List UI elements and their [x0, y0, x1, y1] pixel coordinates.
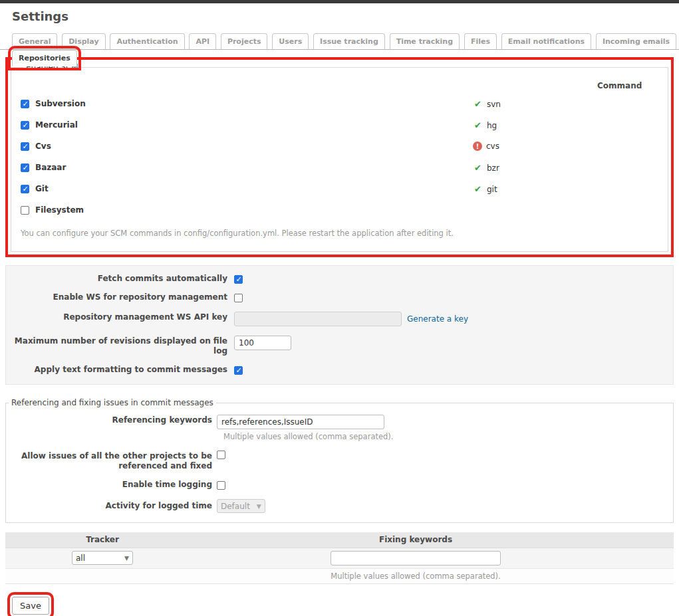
tab-projects[interactable]: Projects: [221, 33, 268, 50]
enabled-scm-fieldset: Enabled SCM Command Subversion svn Mercu…: [11, 62, 668, 252]
max-revisions-input[interactable]: [234, 336, 291, 350]
command-text: git: [487, 184, 497, 193]
enable-time-logging-row: Enable time logging: [6, 480, 673, 490]
fixing-keywords-input[interactable]: [331, 551, 501, 565]
table-row: all ▼: [5, 548, 674, 568]
empty-column-header: [632, 532, 674, 548]
ws-api-key-label: Repository management WS API key: [6, 311, 227, 322]
bazaar-checkbox[interactable]: [21, 163, 29, 172]
max-revisions-row: Maximum number of revisions displayed on…: [6, 335, 673, 356]
page-title: Settings: [12, 9, 679, 23]
scm-label: Mercurial: [35, 120, 78, 130]
command-status-icon: [473, 163, 483, 173]
enable-ws-checkbox[interactable]: [234, 294, 243, 302]
enable-time-logging-label: Enable time logging: [6, 480, 212, 490]
tracker-selected-value: all: [76, 554, 85, 563]
enable-ws-label: Enable WS for repository management: [6, 292, 227, 302]
subversion-checkbox[interactable]: [21, 100, 29, 108]
ws-api-key-input[interactable]: [234, 312, 402, 326]
fixing-keywords-table: Tracker Fixing keywords all ▼ Multiple v…: [5, 532, 674, 584]
tracker-column-header: Tracker: [5, 532, 200, 548]
scm-label: Cvs: [35, 142, 51, 151]
scm-row-subversion: Subversion svn: [21, 93, 658, 114]
fetch-commits-checkbox[interactable]: [234, 275, 243, 284]
activity-row: Activity for logged time Default ▼: [6, 498, 673, 513]
repository-settings-box: Fetch commits automatically Enable WS fo…: [5, 265, 674, 385]
max-revisions-label: Maximum number of revisions displayed on…: [6, 335, 227, 356]
command-text: svn: [487, 99, 501, 108]
tab-authentication[interactable]: Authentication: [110, 33, 184, 50]
table-hint-row: Multiple values allowed (comma separated…: [5, 568, 674, 583]
fetch-commits-label: Fetch commits automatically: [6, 274, 227, 284]
generate-key-link[interactable]: Generate a key: [407, 314, 468, 324]
tab-incoming-emails[interactable]: Incoming emails: [596, 33, 676, 50]
filesystem-checkbox[interactable]: [21, 206, 29, 215]
command-status-icon: [473, 184, 483, 194]
fixing-keywords-column-header: Fixing keywords: [200, 532, 632, 548]
scm-config-note: You can configure your SCM commands in c…: [21, 229, 658, 238]
activity-select[interactable]: Default ▼: [217, 499, 265, 513]
allow-cross-project-row: Allow issues of all the other projects t…: [6, 450, 673, 471]
referencing-keywords-hint: Multiple values allowed (comma separated…: [223, 432, 673, 441]
tab-users[interactable]: Users: [272, 33, 309, 50]
activity-label: Activity for logged time: [6, 501, 212, 511]
command-text: bzr: [487, 163, 499, 172]
scm-row-git: Git git: [21, 178, 658, 199]
tab-api[interactable]: API: [189, 33, 216, 50]
scm-label: Filesystem: [35, 205, 84, 215]
referencing-keywords-label: Referencing keywords: [6, 414, 212, 425]
enable-time-logging-checkbox[interactable]: [217, 481, 225, 490]
tab-files[interactable]: Files: [464, 33, 497, 50]
ws-api-key-row: Repository management WS API key Generat…: [6, 311, 673, 326]
allow-cross-project-label: Allow issues of all the other projects t…: [6, 450, 212, 471]
scm-row-cvs: Cvs cvs: [21, 136, 658, 157]
tab-display[interactable]: Display: [62, 33, 105, 50]
tab-repositories[interactable]: Repositories: [12, 50, 77, 66]
allow-cross-project-checkbox[interactable]: [217, 451, 225, 459]
command-status-icon: [473, 120, 483, 130]
mercurial-checkbox[interactable]: [21, 121, 29, 130]
scm-label: Bazaar: [35, 163, 66, 172]
referencing-fieldset: Referencing and fixing issues in commit …: [5, 398, 674, 523]
tab-general[interactable]: General: [12, 33, 57, 50]
scm-label: Subversion: [35, 99, 86, 108]
tab-time-tracking[interactable]: Time tracking: [390, 33, 460, 50]
settings-tab-bar: General Display Authentication API Proje…: [0, 33, 679, 50]
command-status-icon: [473, 99, 483, 109]
tab-issue-tracking[interactable]: Issue tracking: [313, 33, 385, 50]
scm-row-bazaar: Bazaar bzr: [21, 157, 658, 178]
chevron-down-icon: ▼: [257, 503, 261, 510]
tracker-select[interactable]: all ▼: [72, 551, 133, 565]
command-text: hg: [487, 120, 497, 130]
commit-formatting-checkbox[interactable]: [234, 366, 243, 375]
fixing-keywords-hint: Multiple values allowed (comma separated…: [331, 571, 500, 581]
commit-formatting-row: Apply text formatting to commit messages: [6, 365, 673, 375]
scm-row-filesystem: Filesystem: [21, 199, 658, 221]
command-text: cvs: [486, 142, 499, 151]
command-column-header: Command: [597, 81, 642, 90]
fetch-commits-row: Fetch commits automatically: [6, 274, 673, 284]
referencing-legend: Referencing and fixing issues in commit …: [9, 398, 216, 407]
referencing-keywords-row: Referencing keywords: [6, 414, 673, 429]
enable-ws-row: Enable WS for repository management: [6, 292, 673, 302]
activity-selected-value: Default: [221, 502, 250, 511]
save-bar: Save: [12, 597, 674, 615]
git-checkbox[interactable]: [21, 185, 29, 193]
scm-header-row: Command: [21, 73, 658, 93]
scm-row-mercurial: Mercurial hg: [21, 114, 658, 136]
command-status-icon: [473, 142, 482, 151]
table-header-row: Tracker Fixing keywords: [5, 532, 674, 548]
top-border-bar: [0, 0, 679, 3]
commit-formatting-label: Apply text formatting to commit messages: [6, 365, 227, 375]
cvs-checkbox[interactable]: [21, 142, 29, 151]
chevron-down-icon: ▼: [124, 555, 129, 562]
save-button[interactable]: Save: [12, 597, 49, 615]
referencing-keywords-input[interactable]: [217, 415, 384, 429]
scm-label: Git: [35, 184, 49, 193]
tab-email-notifications[interactable]: Email notifications: [501, 33, 591, 50]
enabled-scm-annotation-box: Enabled SCM Command Subversion svn Mercu…: [5, 57, 674, 257]
